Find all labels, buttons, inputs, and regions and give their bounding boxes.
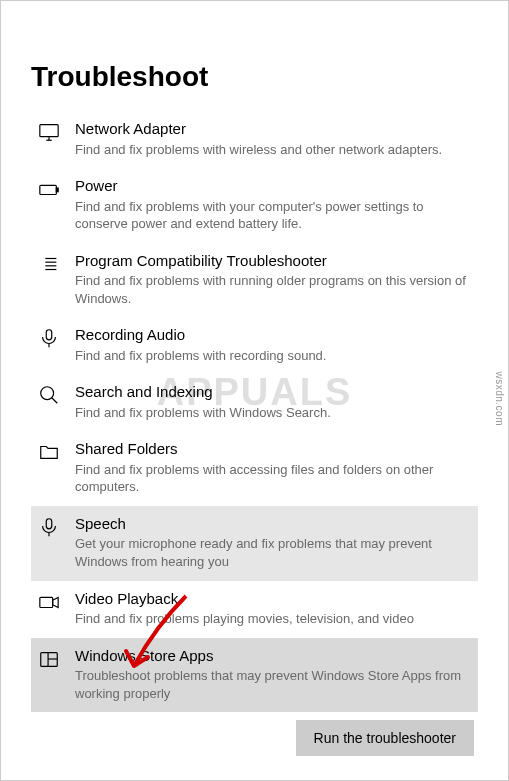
svg-rect-17	[46, 519, 52, 529]
item-title: Network Adapter	[75, 119, 474, 139]
item-description: Troubleshoot problems that may prevent W…	[75, 667, 474, 702]
item-title: Recording Audio	[75, 325, 474, 345]
troubleshoot-item-video-playback[interactable]: Video PlaybackFind and fix problems play…	[31, 581, 478, 638]
folder-icon	[35, 439, 63, 463]
troubleshoot-item-search-indexing[interactable]: Search and IndexingFind and fix problems…	[31, 374, 478, 431]
item-title: Speech	[75, 514, 474, 534]
troubleshoot-item-windows-store-apps[interactable]: Windows Store AppsTroubleshoot problems …	[31, 638, 478, 713]
item-title: Power	[75, 176, 474, 196]
svg-line-16	[52, 398, 58, 404]
svg-rect-4	[56, 188, 58, 192]
store-icon	[35, 646, 63, 670]
item-description: Find and fix problems with accessing fil…	[75, 461, 474, 496]
item-title: Program Compatibility Troubleshooter	[75, 251, 474, 271]
item-description: Find and fix problems with running older…	[75, 272, 474, 307]
svg-rect-3	[40, 185, 57, 194]
microphone-icon	[35, 325, 63, 349]
troubleshoot-item-recording-audio[interactable]: Recording AudioFind and fix problems wit…	[31, 317, 478, 374]
svg-point-15	[41, 387, 54, 400]
item-title: Shared Folders	[75, 439, 474, 459]
troubleshoot-item-program-compatibility[interactable]: Program Compatibility TroubleshooterFind…	[31, 243, 478, 318]
item-description: Find and fix problems with recording sou…	[75, 347, 474, 365]
svg-rect-13	[46, 330, 52, 340]
troubleshoot-item-shared-folders[interactable]: Shared FoldersFind and fix problems with…	[31, 431, 478, 506]
page-title: Troubleshoot	[31, 61, 478, 93]
item-description: Find and fix problems with wireless and …	[75, 141, 474, 159]
battery-icon	[35, 176, 63, 200]
source-label: wsxdn.com	[494, 371, 505, 426]
list-icon	[35, 251, 63, 275]
search-icon	[35, 382, 63, 406]
item-description: Find and fix problems with your computer…	[75, 198, 474, 233]
troubleshoot-item-network-adapter[interactable]: Network AdapterFind and fix problems wit…	[31, 111, 478, 168]
troubleshoot-item-power[interactable]: PowerFind and fix problems with your com…	[31, 168, 478, 243]
item-title: Windows Store Apps	[75, 646, 474, 666]
item-description: Find and fix problems with Windows Searc…	[75, 404, 474, 422]
item-description: Get your microphone ready and fix proble…	[75, 535, 474, 570]
video-icon	[35, 589, 63, 613]
svg-rect-19	[40, 597, 53, 607]
item-description: Find and fix problems playing movies, te…	[75, 610, 474, 628]
run-troubleshooter-button[interactable]: Run the troubleshooter	[296, 720, 474, 756]
svg-rect-0	[40, 125, 58, 137]
item-title: Search and Indexing	[75, 382, 474, 402]
microphone-icon	[35, 514, 63, 538]
item-title: Video Playback	[75, 589, 474, 609]
troubleshoot-item-speech[interactable]: SpeechGet your microphone ready and fix …	[31, 506, 478, 581]
monitor-icon	[35, 119, 63, 143]
